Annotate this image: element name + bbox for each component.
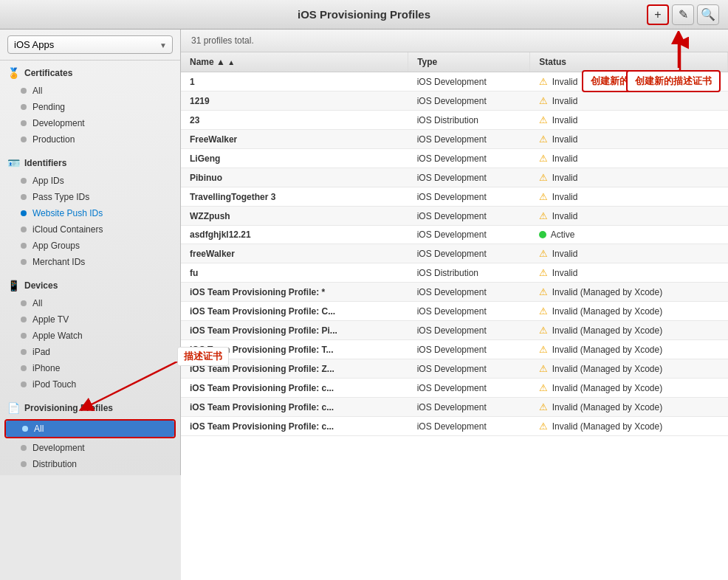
profile-name-cell: iOS Team Provisioning Profile: c... (181, 417, 408, 436)
table-row[interactable]: 1219iOS Development⚠Invalid (181, 92, 728, 111)
dot-icon (21, 461, 27, 467)
sidebar-item-cert-all[interactable]: All (0, 83, 180, 99)
profile-status-cell: ⚠Invalid (Managed by Xcode) (530, 359, 728, 378)
profile-status-cell: ⚠Invalid (530, 244, 728, 263)
table-row[interactable]: asdfghjkl12.21iOS DevelopmentActive (181, 226, 728, 244)
status-column-header[interactable]: Status (530, 52, 728, 72)
certificates-header: 🏅 Certificates (0, 63, 180, 83)
sidebar-item-apple-tv[interactable]: Apple TV (0, 311, 180, 328)
top-bar: iOS Provisioning Profiles + ✎ 🔍 (0, 0, 728, 30)
status-text: Invalid (552, 77, 578, 87)
sidebar-annotation-arrow (74, 362, 185, 423)
dot-icon (22, 426, 28, 432)
table-row[interactable]: PibinuoiOS Development⚠Invalid (181, 168, 728, 187)
header-row: Name ▲ Type Status (181, 52, 728, 72)
edit-button[interactable]: ✎ (672, 4, 694, 25)
sidebar-item-merchant-ids[interactable]: Merchant IDs (0, 254, 180, 270)
profile-type-cell: iOS Development (408, 398, 530, 417)
add-button-arrow (671, 37, 689, 72)
sidebar-wrapper: iOS Apps Mac Apps 🏅 Certificates All (0, 30, 181, 580)
profile-name-cell: asdfghjkl12.21 (181, 226, 408, 244)
profile-name-cell: iOS Team Provisioning Profile: C... (181, 302, 408, 321)
table-row[interactable]: iOS Team Provisioning Profile: Pi...iOS … (181, 321, 728, 340)
dot-icon (21, 178, 27, 184)
table-row[interactable]: iOS Team Provisioning Profile: Z...iOS D… (181, 359, 728, 379)
dot-icon (21, 300, 27, 306)
status-text: Active (551, 229, 575, 240)
status-indicator: ⚠ (539, 134, 548, 145)
table-row[interactable]: fuiOS Distribution⚠Invalid (181, 263, 728, 283)
profile-name-cell: FreeWalker (181, 130, 408, 149)
table-row[interactable]: TravellingTogether 3iOS Development⚠Inva… (181, 187, 728, 207)
profile-name-cell: LiGeng (181, 149, 408, 168)
search-button[interactable]: 🔍 (697, 4, 719, 25)
table-container[interactable]: Name ▲ Type Status 1iOS De (181, 52, 728, 580)
table-row[interactable]: FreeWalkeriOS Development⚠Invalid (181, 130, 728, 149)
ios-apps-select[interactable]: iOS Apps Mac Apps (7, 35, 173, 54)
sidebar-item-website-push-ids[interactable]: Website Push IDs (0, 205, 180, 221)
add-button[interactable]: + (647, 4, 669, 25)
sidebar-dropdown: iOS Apps Mac Apps (0, 30, 180, 61)
profile-type-cell: iOS Distribution (408, 263, 530, 283)
table-row[interactable]: 23iOS Distribution⚠Invalid (181, 111, 728, 130)
dot-icon (21, 317, 27, 322)
status-indicator: ⚠ (539, 172, 548, 183)
sidebar-item-cert-pending[interactable]: Pending (0, 99, 180, 115)
profiles-table: Name ▲ Type Status 1iOS De (181, 52, 728, 436)
profile-type-cell: iOS Development (408, 340, 530, 359)
plus-icon: + (654, 8, 661, 21)
status-text: Invalid (552, 192, 578, 202)
sidebar-item-apple-watch[interactable]: Apple Watch (0, 328, 180, 344)
sidebar-item-profiles-development[interactable]: Development (0, 440, 180, 456)
profile-status-cell: ⚠Invalid (530, 149, 728, 168)
status-indicator: ⚠ (539, 325, 548, 336)
profile-name-cell: 1 (181, 72, 408, 92)
status-text: Invalid (Managed by Xcode) (552, 287, 662, 297)
table-row[interactable]: iOS Team Provisioning Profile: C...iOS D… (181, 302, 728, 321)
table-row[interactable]: LiGengiOS Development⚠Invalid (181, 149, 728, 168)
status-text: Invalid (552, 268, 578, 278)
sidebar-item-devices-all[interactable]: All (0, 295, 180, 311)
dot-icon (21, 210, 27, 216)
type-column-header[interactable]: Type (408, 52, 530, 72)
table-row[interactable]: freeWalkeriOS Development⚠Invalid (181, 244, 728, 263)
profile-status-cell: ⚠Invalid (Managed by Xcode) (530, 379, 728, 397)
sidebar-annotation: 描述证书 (177, 347, 229, 366)
dot-icon (21, 227, 27, 232)
dot-icon (21, 382, 27, 387)
table-row[interactable]: iOS Team Provisioning Profile: c...iOS D… (181, 398, 728, 417)
sidebar-item-app-ids[interactable]: App IDs (0, 173, 180, 189)
table-row[interactable]: iOS Team Provisioning Profile: T...iOS D… (181, 340, 728, 359)
status-text: Invalid (552, 211, 578, 221)
table-row[interactable]: WZZpushiOS Development⚠Invalid (181, 207, 728, 226)
table-row[interactable]: iOS Team Provisioning Profile: *iOS Deve… (181, 283, 728, 302)
profile-status-cell: ⚠Invalid (530, 92, 728, 110)
table-row[interactable]: iOS Team Provisioning Profile: c...iOS D… (181, 379, 728, 398)
profile-status-cell: ⚠Invalid (530, 168, 728, 187)
profile-type-cell: iOS Development (408, 72, 530, 92)
devices-icon: 📱 (7, 280, 20, 291)
sidebar-item-icloud-containers[interactable]: iCloud Containers (0, 221, 180, 238)
table-row[interactable]: iOS Team Provisioning Profile: c...iOS D… (181, 417, 728, 436)
profile-type-cell: iOS Development (408, 130, 530, 149)
sidebar-item-profiles-distribution[interactable]: Distribution (0, 456, 180, 472)
dropdown-wrapper: iOS Apps Mac Apps (7, 35, 173, 54)
profile-type-cell: iOS Development (408, 92, 530, 111)
profile-type-cell: iOS Development (408, 168, 530, 187)
sidebar-item-pass-type-ids[interactable]: Pass Type IDs (0, 189, 180, 205)
status-indicator: ⚠ (539, 421, 548, 432)
status-text: Invalid (Managed by Xcode) (552, 421, 662, 432)
profile-status-cell: ⚠Invalid (530, 130, 728, 148)
profile-type-cell: iOS Distribution (408, 111, 530, 130)
sidebar-item-cert-development[interactable]: Development (0, 115, 180, 131)
sidebar-item-cert-production[interactable]: Production (0, 131, 180, 148)
sidebar-item-ipad[interactable]: iPad (0, 344, 180, 360)
dot-icon (21, 445, 27, 451)
profile-status-cell: Active (530, 226, 728, 244)
profile-type-cell: iOS Development (408, 417, 530, 436)
status-text: Invalid (Managed by Xcode) (552, 402, 662, 412)
sidebar-item-profiles-all[interactable]: All (6, 421, 174, 437)
sidebar-item-app-groups[interactable]: App Groups (0, 238, 180, 254)
name-column-header[interactable]: Name ▲ (181, 52, 408, 72)
profile-type-cell: iOS Development (408, 244, 530, 263)
